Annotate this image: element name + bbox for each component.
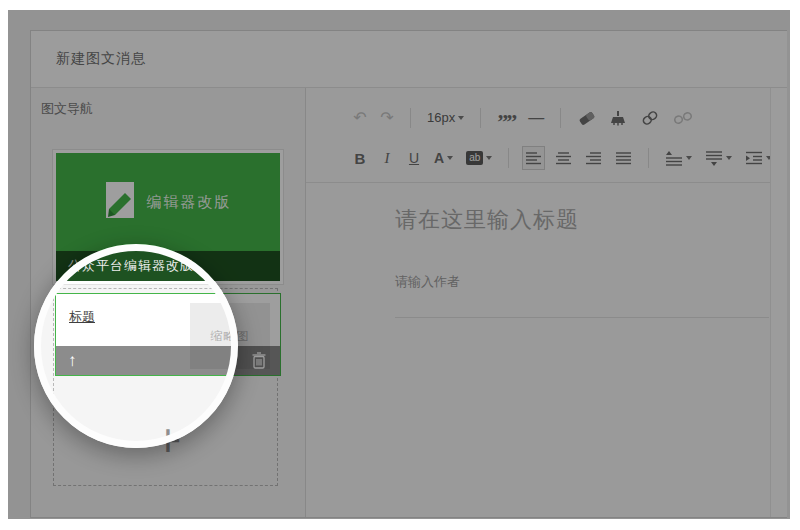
align-right-button[interactable] <box>582 146 605 170</box>
toolbar-separator <box>508 148 509 168</box>
font-color-button[interactable]: A <box>431 146 456 170</box>
plus-icon: + <box>155 417 182 463</box>
editor-toolbar: ↶ ↷ 16px ”” — <box>306 88 787 183</box>
cover-badge-text: 编辑器改版 <box>147 193 232 212</box>
clear-format-icon <box>609 109 627 127</box>
highlight-button[interactable]: ab <box>463 146 495 170</box>
toolbar-separator <box>480 108 481 128</box>
unlink-button[interactable] <box>670 106 696 130</box>
bold-icon: B <box>355 150 366 167</box>
link-button[interactable] <box>637 106 663 130</box>
screenshot-frame: 新建图文消息 图文导航 <box>8 10 790 519</box>
italic-button[interactable]: I <box>377 146 397 170</box>
toolbar-separator <box>410 108 411 128</box>
new-article-panel: 新建图文消息 图文导航 <box>30 30 787 518</box>
chevron-down-icon <box>726 156 732 160</box>
align-right-icon <box>585 150 602 166</box>
underline-button[interactable]: U <box>404 146 424 170</box>
upload-arrow-icon[interactable]: ↑ <box>68 352 77 369</box>
edit-pencil-icon <box>105 181 135 223</box>
nav-label: 图文导航 <box>41 100 93 118</box>
chevron-down-icon <box>447 156 453 160</box>
font-size-value: 16px <box>427 110 455 125</box>
toolbar-row-1: ↶ ↷ 16px ”” — <box>350 101 787 135</box>
align-center-icon <box>555 150 572 166</box>
cover-image: 编辑器改版 公众平台编辑器改版 <box>56 153 280 281</box>
paragraph-spacing-icon <box>705 150 723 166</box>
cover-main: 编辑器改版 <box>56 153 280 251</box>
underline-icon: U <box>409 150 419 166</box>
font-color-icon: A <box>434 150 444 166</box>
article-author-input[interactable]: 请输入作者 <box>395 273 771 291</box>
blockquote-icon: ”” <box>497 118 515 127</box>
align-left-icon <box>525 150 542 166</box>
highlight-icon: ab <box>466 151 483 165</box>
clear-format-button[interactable] <box>606 106 630 130</box>
eraser-button[interactable] <box>574 106 599 130</box>
toolbar-row-2: B I U A ab <box>350 141 787 175</box>
panel-body: 图文导航 编辑器改 <box>31 88 787 517</box>
editor-scrollbar[interactable] <box>770 88 787 517</box>
article-item-title-link[interactable]: 标题 <box>69 308 95 326</box>
article-title-input[interactable]: 请在这里输入标题 <box>395 205 771 235</box>
chevron-down-icon <box>486 156 492 160</box>
page-title: 新建图文消息 <box>56 50 146 68</box>
add-article-button[interactable]: + <box>138 410 198 470</box>
article-nav-sidebar: 图文导航 编辑器改 <box>31 88 306 517</box>
undo-button[interactable]: ↶ <box>350 106 370 130</box>
editor-content: 请在这里输入标题 请输入作者 <box>306 183 787 318</box>
font-size-dropdown[interactable]: 16px <box>424 106 467 130</box>
hr-icon: — <box>528 110 544 126</box>
align-justify-icon <box>615 150 632 166</box>
align-center-button[interactable] <box>552 146 575 170</box>
item-hover-toolbar: ↑ <box>56 346 280 375</box>
thumbnail-label: 缩略图 <box>211 328 250 345</box>
blockquote-button[interactable]: ”” <box>494 106 518 130</box>
line-height-icon <box>665 150 683 166</box>
chevron-down-icon <box>686 156 692 160</box>
toolbar-separator <box>560 108 561 128</box>
redo-button[interactable]: ↷ <box>377 106 397 130</box>
link-icon <box>640 109 660 127</box>
chevron-down-icon <box>458 116 464 120</box>
editor-pane: ↶ ↷ 16px ”” — <box>306 88 787 517</box>
indent-icon <box>745 150 763 166</box>
align-left-button[interactable] <box>522 146 545 170</box>
toolbar-separator <box>648 148 649 168</box>
align-justify-button[interactable] <box>612 146 635 170</box>
eraser-icon <box>577 109 596 127</box>
cover-caption: 公众平台编辑器改版 <box>56 251 280 281</box>
article-item-card[interactable]: 标题 缩略图 ↑ <box>55 293 281 376</box>
unlink-icon <box>673 109 693 127</box>
undo-icon: ↶ <box>353 110 366 126</box>
cover-article-card[interactable]: 编辑器改版 公众平台编辑器改版 <box>52 149 284 285</box>
italic-icon: I <box>385 150 390 167</box>
page: 新建图文消息 图文导航 <box>0 0 800 530</box>
redo-icon: ↷ <box>380 110 393 126</box>
paragraph-spacing-button[interactable] <box>702 146 735 170</box>
horizontal-rule-button[interactable]: — <box>525 106 547 130</box>
trash-icon[interactable] <box>250 351 268 370</box>
line-height-button[interactable] <box>662 146 695 170</box>
bold-button[interactable]: B <box>350 146 370 170</box>
panel-header: 新建图文消息 <box>31 31 787 88</box>
author-divider <box>395 317 769 318</box>
